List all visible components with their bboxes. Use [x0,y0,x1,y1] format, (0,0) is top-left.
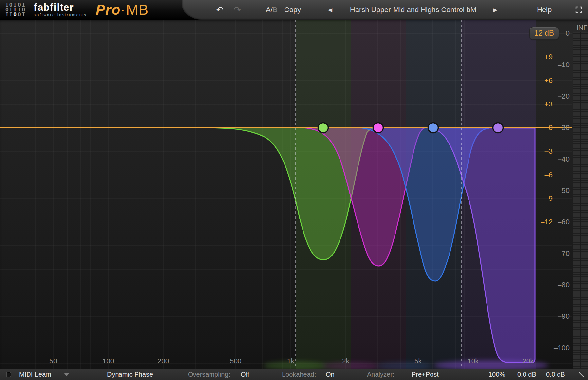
gain-tick: 0 [549,124,553,132]
meter-tick: –40 [558,155,570,163]
freq-tick: 10k [468,357,479,365]
band-4-handle[interactable] [493,123,503,133]
meter-tick: –90 [558,312,570,321]
gain-tick: –6 [545,171,553,179]
brand-subtitle: software instruments [34,13,87,17]
freq-tick: 5k [414,357,422,365]
meter-channel-left [573,32,580,369]
midi-learn-button[interactable]: MIDI Learn [19,369,51,380]
output-level-meter [573,32,588,369]
preset-next-icon[interactable]: ▶ [493,0,497,20]
mix-percent[interactable]: 100% [488,369,505,380]
freq-tick: 50 [49,357,57,365]
help-button[interactable]: Help [537,0,552,20]
zero-gain-line [0,127,572,128]
fabfilter-logo-icon: IOIOIOIIIOIIOOI [5,2,26,17]
gain-tick: –3 [545,147,553,156]
ab-compare-button[interactable]: A/B [266,0,277,20]
display-range-button[interactable]: 12 dB [529,27,559,40]
meter-inf-label: –INF [572,24,588,31]
meter-tick: –70 [558,249,570,258]
freq-tick: 1k [287,357,294,365]
analyzer-value[interactable]: Pre+Post [412,369,439,380]
freq-tick: 2k [342,357,349,365]
band-2-handle[interactable] [373,123,383,133]
preset-prev-icon[interactable]: ◀ [328,0,332,20]
analyzer-label: Analyzer: [367,369,394,380]
gain-tick: –9 [545,194,553,203]
gain-tick: +3 [544,100,553,108]
band-1-handle[interactable] [318,123,328,133]
brand-name: fabfilter [34,3,87,12]
gain-tick: +9 [544,53,553,61]
meter-tick: –20 [558,92,570,101]
oversampling-label: Oversampling: [188,369,230,380]
band-3-handle[interactable] [428,123,438,133]
preset-name[interactable]: Harsh Upper-Mid and Highs Control bM [346,0,481,20]
dynamic-phase-button[interactable]: Dynamic Phase [107,369,153,380]
fullscreen-icon[interactable] [575,0,583,20]
chevron-down-icon[interactable] [64,373,69,376]
bottom-bar: MIDI Learn Dynamic Phase Oversampling: O… [0,369,588,380]
header-bar: IOIOIOIIIOIIOOI fabfilter software instr… [0,0,588,20]
freq-tick: 100 [102,357,114,365]
gain-tick: –12 [541,218,553,226]
meter-tick: –60 [558,218,570,226]
plugin-title: Pro·MB [96,1,149,18]
freq-tick: 500 [230,357,241,365]
copy-button[interactable]: Copy [284,0,301,20]
lookahead-value[interactable]: On [326,369,335,380]
oversampling-value[interactable]: Off [241,369,249,380]
meter-tick: 0 [566,29,570,38]
midi-learn-led[interactable] [6,372,11,377]
lookahead-label: Lookahead: [282,369,316,380]
brand-block: fabfilter software instruments [34,3,87,17]
meter-channel-right [581,32,588,369]
fabfilter-pro-mb-window: IOIOIOIIIOIIOOI fabfilter software instr… [0,0,588,380]
band-curves-canvas[interactable] [0,20,588,369]
meter-tick: –100 [554,344,570,352]
meter-tick: –50 [558,186,570,195]
undo-icon[interactable]: ↶ [216,0,224,20]
meter-tick: –10 [558,61,570,69]
gain-value-1[interactable]: 0.0 dB [517,369,536,380]
multiband-display[interactable]: 501002005001k2k5k10k20k +9+6+30–3–6–9–12… [0,20,588,369]
freq-tick: 20k [523,357,534,365]
freq-tick: 200 [157,357,169,365]
meter-tick: –80 [558,281,570,289]
gain-tick: +6 [544,76,553,85]
redo-icon[interactable]: ↷ [234,0,241,20]
gain-value-2[interactable]: 0.0 dB [546,369,565,380]
toolbar-panel: ↶ ↷ A/B Copy ◀ Harsh Upper-Mid and Highs… [182,0,588,20]
meter-tick: –30 [558,124,570,132]
resize-handle-icon[interactable] [578,371,585,380]
